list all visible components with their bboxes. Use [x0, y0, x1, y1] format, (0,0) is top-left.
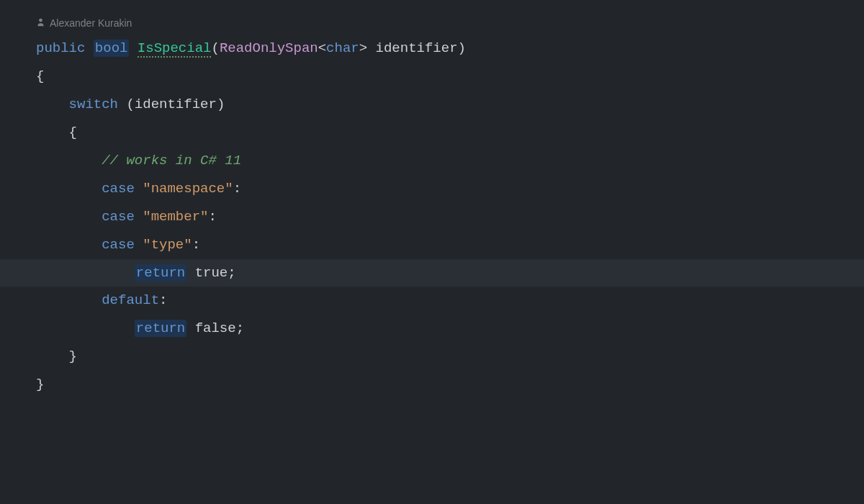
- code-line: {: [36, 119, 864, 147]
- code-line: case "namespace":: [36, 175, 864, 203]
- code-line: public bool IsSpecial(ReadOnlySpan<char>…: [36, 35, 864, 63]
- brace-close: }: [69, 348, 77, 364]
- semicolon: ;: [236, 320, 244, 336]
- keyword-case: case: [102, 181, 135, 197]
- code-line-highlighted: return true;: [0, 259, 864, 287]
- colon: :: [159, 292, 167, 308]
- string-literal: "member": [143, 209, 208, 225]
- brace-open: {: [36, 68, 44, 84]
- keyword-case: case: [102, 237, 135, 253]
- keyword-case: case: [102, 209, 135, 225]
- code-line: default:: [36, 287, 864, 315]
- switch-expr: identifier: [135, 96, 217, 112]
- colon: :: [233, 181, 241, 197]
- bool-true: true: [195, 265, 228, 281]
- string-literal: "type": [143, 237, 192, 253]
- code-lens-author-text: Alexander Kurakin: [50, 17, 132, 29]
- author-icon: [36, 17, 45, 29]
- code-line: case "member":: [36, 203, 864, 231]
- bool-false: false: [195, 320, 236, 336]
- paren-open: (: [211, 40, 219, 56]
- colon: :: [192, 237, 200, 253]
- keyword-bool: bool: [94, 40, 130, 57]
- keyword-switch: switch: [69, 96, 118, 112]
- code-line: return false;: [36, 315, 864, 343]
- paren-close: ): [217, 96, 225, 112]
- brace-open: {: [69, 125, 77, 140]
- keyword-default: default: [102, 292, 159, 308]
- colon: :: [208, 209, 216, 225]
- param-identifier: identifier: [376, 40, 458, 56]
- angle-close: >: [359, 40, 367, 56]
- keyword-return: return: [135, 264, 186, 282]
- paren-open: (: [126, 96, 134, 112]
- string-literal: "namespace": [143, 181, 233, 197]
- paren-close: ): [458, 40, 466, 56]
- keyword-public: public: [36, 40, 85, 56]
- angle-open: <: [318, 40, 326, 56]
- code-line: }: [36, 343, 864, 371]
- brace-close: }: [36, 377, 44, 392]
- code-line: {: [36, 63, 864, 91]
- code-line: switch (identifier): [36, 91, 864, 119]
- method-name: IsSpecial: [138, 40, 212, 58]
- type-char: char: [326, 40, 359, 56]
- code-editor[interactable]: public bool IsSpecial(ReadOnlySpan<char>…: [0, 35, 864, 399]
- keyword-return: return: [135, 320, 186, 337]
- semicolon: ;: [228, 265, 235, 281]
- code-lens-author[interactable]: Alexander Kurakin: [0, 17, 864, 29]
- type-readonlyspan: ReadOnlySpan: [220, 40, 318, 56]
- comment: // works in C# 11: [102, 153, 241, 168]
- code-line: }: [36, 371, 864, 399]
- code-line: case "type":: [36, 231, 864, 259]
- code-line: // works in C# 11: [36, 147, 864, 175]
